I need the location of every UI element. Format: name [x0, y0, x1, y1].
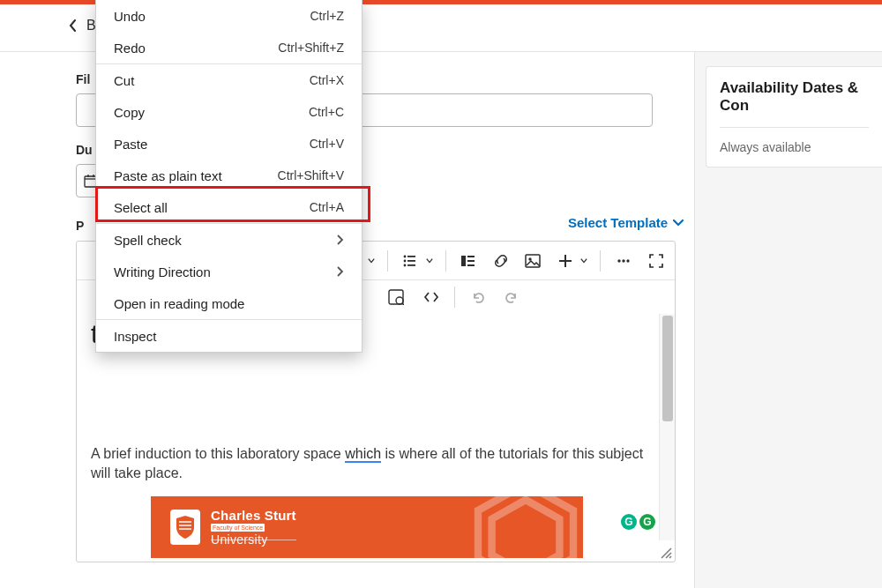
svg-point-17	[396, 297, 403, 304]
hex-pattern	[451, 496, 583, 558]
menu-item-shortcut: Ctrl+X	[310, 73, 344, 87]
menu-item-label: Spell check	[114, 233, 337, 248]
badge-g1[interactable]: G	[621, 514, 637, 530]
menu-item-label: Copy	[114, 105, 309, 120]
menu-item-label: Redo	[114, 41, 278, 56]
university-bottom: University	[211, 532, 296, 547]
menu-item-spell-check[interactable]: Spell check	[96, 224, 362, 256]
context-menu: UndoCtrl+ZRedoCtrl+Shift+ZCutCtrl+XCopyC…	[95, 0, 363, 353]
availability-title: Availability Dates & Con	[720, 79, 869, 115]
menu-item-label: Select all	[114, 200, 310, 215]
menu-item-shortcut: Ctrl+Z	[310, 9, 345, 23]
scroll-thumb[interactable]	[662, 316, 673, 421]
svg-rect-11	[526, 255, 540, 267]
svg-point-13	[617, 259, 620, 262]
menu-item-shortcut: Ctrl+Shift+V	[278, 168, 344, 182]
menu-item-label: Cut	[114, 73, 310, 88]
menu-item-redo[interactable]: RedoCtrl+Shift+Z	[96, 32, 362, 63]
image-button[interactable]	[523, 250, 543, 272]
plus-button[interactable]	[555, 250, 575, 272]
svg-point-6	[404, 259, 407, 262]
fullscreen-button[interactable]	[646, 250, 666, 272]
svg-point-4	[404, 255, 407, 257]
badge-g2[interactable]: G	[639, 514, 655, 530]
toolbar-separator	[387, 250, 388, 272]
menu-item-shortcut: Ctrl+A	[310, 200, 344, 214]
chevron-down-icon	[673, 218, 684, 228]
source-code-button[interactable]	[421, 287, 442, 308]
menu-item-select-all[interactable]: Select allCtrl+A	[96, 191, 362, 223]
menu-item-shortcut: Ctrl+Shift+Z	[278, 41, 344, 55]
svg-rect-9	[407, 264, 415, 266]
svg-point-8	[404, 264, 407, 266]
toolbar-separator	[600, 250, 601, 272]
menu-item-paste[interactable]: PasteCtrl+V	[96, 128, 362, 160]
more-button[interactable]	[613, 250, 633, 272]
menu-item-label: Paste as plain text	[114, 168, 278, 183]
menu-item-label: Paste	[114, 137, 310, 152]
menu-item-label: Open in reading mode	[114, 296, 344, 311]
body-pre: A brief induction to this laboratory spa…	[91, 446, 345, 461]
university-banner: Charles Sturt Faculty of Science Univers…	[151, 496, 583, 558]
menu-item-label: Inspect	[114, 329, 344, 344]
dropdown-caret-icon[interactable]	[580, 257, 587, 264]
menu-item-writing-direction[interactable]: Writing Direction	[96, 256, 362, 287]
svg-point-15	[626, 259, 629, 262]
breadcrumb[interactable]: B	[69, 18, 96, 33]
chevron-right-icon	[337, 264, 344, 279]
spellcheck-word[interactable]: which	[345, 446, 381, 463]
dropdown-caret-icon[interactable]	[426, 257, 433, 264]
content-body: A brief induction to this laboratory spa…	[91, 444, 652, 484]
availability-status: Always available	[720, 140, 869, 154]
menu-item-label: Undo	[114, 9, 310, 24]
menu-item-paste-as-plain-text[interactable]: Paste as plain textCtrl+Shift+V	[96, 160, 362, 191]
svg-line-18	[402, 303, 404, 305]
undo-button[interactable]	[467, 287, 489, 308]
insert-stuff-button[interactable]	[459, 250, 479, 272]
menu-item-inspect[interactable]: Inspect	[96, 320, 362, 352]
redo-button[interactable]	[501, 287, 522, 308]
menu-item-open-in-reading-mode[interactable]: Open in reading mode	[96, 287, 362, 319]
link-button[interactable]	[490, 250, 511, 272]
university-name: Charles Sturt	[211, 508, 296, 523]
chevron-left-icon	[69, 19, 78, 32]
menu-item-copy[interactable]: CopyCtrl+C	[96, 96, 362, 128]
svg-line-24	[662, 548, 671, 558]
chevron-right-icon	[337, 233, 344, 248]
toolbar-separator	[454, 287, 455, 308]
svg-point-14	[622, 259, 624, 262]
accessibility-check-button[interactable]	[385, 287, 407, 308]
dropdown-caret-icon[interactable]	[368, 257, 375, 264]
assistant-badges: G G	[621, 514, 655, 530]
svg-rect-10	[461, 256, 466, 266]
svg-line-26	[669, 556, 671, 558]
resize-grip[interactable]	[658, 545, 672, 559]
menu-item-label: Writing Direction	[114, 264, 337, 279]
menu-item-shortcut: Ctrl+C	[309, 105, 344, 119]
university-subtitle: Faculty of Science	[211, 524, 265, 532]
select-template-label: Select Template	[568, 215, 668, 230]
svg-marker-20	[492, 500, 560, 558]
menu-item-shortcut: Ctrl+V	[310, 137, 344, 151]
shield-icon	[170, 510, 200, 545]
availability-divider	[720, 127, 869, 128]
menu-item-cut[interactable]: CutCtrl+X	[96, 64, 362, 96]
svg-rect-5	[407, 256, 415, 257]
list-button[interactable]	[400, 250, 421, 272]
menu-item-undo[interactable]: UndoCtrl+Z	[96, 0, 362, 32]
svg-rect-7	[407, 260, 415, 262]
select-template-button[interactable]: Select Template	[568, 215, 684, 230]
toolbar-separator	[445, 250, 446, 272]
availability-card: Availability Dates & Con Always availabl…	[706, 66, 882, 167]
vertical-scrollbar[interactable]	[659, 314, 675, 540]
